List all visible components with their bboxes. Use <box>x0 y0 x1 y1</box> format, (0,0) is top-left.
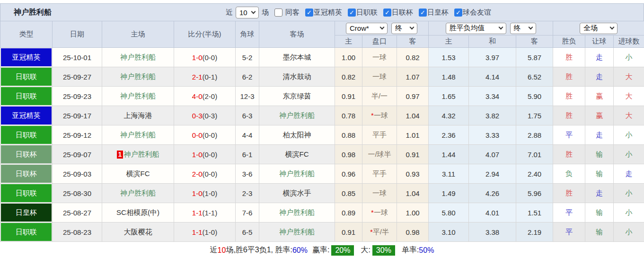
home-team-name[interactable]: 神户胜利船 <box>120 131 156 139</box>
score-cell: 1-1(1-0) <box>174 222 236 242</box>
crow-select-group: Crow* 终 <box>335 21 429 36</box>
handicap-cell: *一球 <box>362 203 397 222</box>
home-team-cell: 神户胜利船 <box>102 184 174 203</box>
score-cell: 1-0(0-0) <box>174 48 236 67</box>
match-row[interactable]: 日职联 25-09-12 神户胜利船 0-0(0-0) 4-4 柏太阳神 0.8… <box>0 125 644 145</box>
league-type-cell: 日皇杯 <box>0 203 53 222</box>
half-time-score: (1-0) <box>203 228 218 236</box>
home-team-name[interactable]: 大阪樱花 <box>124 228 152 236</box>
corner-score: 6-3 <box>236 106 259 125</box>
away-team-name[interactable]: 神户胜利船 <box>279 169 315 178</box>
emperors-cup-label: 日皇杯 <box>427 8 449 17</box>
league-type-cell: 日职联 <box>0 125 53 145</box>
home-team-name[interactable]: SC相模原(中) <box>116 208 159 216</box>
match-row[interactable]: 亚冠精英 25-09-17 上海海港 0-3(0-3) 6-3 神户胜利船 0.… <box>0 106 644 125</box>
away-team-name[interactable]: 神户胜利船 <box>279 111 315 119</box>
bookmaker-select[interactable]: Crow* <box>346 23 388 34</box>
league-badge: 日职联 <box>1 126 52 144</box>
full-time-score: 0-3 <box>192 112 203 120</box>
col-euro-away: 客 <box>516 36 553 48</box>
euro-away-odds: 5.90 <box>516 87 553 106</box>
chevron-down-icon <box>498 25 503 30</box>
away-team-name[interactable]: 神户胜利船 <box>279 208 315 216</box>
match-row[interactable]: 日职联 25-09-27 神户胜利船 2-1(0-1) 6-2 清水鼓动 0.8… <box>0 67 644 87</box>
crow-final-select[interactable]: 终 <box>391 23 417 34</box>
handicap-cell: 平手 <box>362 125 397 145</box>
full-time-score: 2-0 <box>192 170 203 178</box>
home-team-name[interactable]: 神户胜利船 <box>124 150 159 158</box>
match-row[interactable]: 亚冠精英 25-10-01 神户胜利船 1-0(0-0) 5-2 墨尔本城 1.… <box>0 48 644 67</box>
same-away-checkbox[interactable] <box>274 9 282 17</box>
home-team-name[interactable]: 神户胜利船 <box>120 189 156 197</box>
away-team-name[interactable]: 横滨FC <box>285 150 309 158</box>
home-team-name[interactable]: 神户胜利船 <box>120 72 156 80</box>
home-team-name[interactable]: 上海海港 <box>124 111 152 119</box>
away-team-name[interactable]: 横滨水手 <box>283 189 311 197</box>
away-team-name[interactable]: 墨尔本城 <box>283 53 311 61</box>
euro-draw-odds: 4.01 <box>469 203 516 222</box>
match-row[interactable]: 日职联 25-08-23 大阪樱花 1-1(1-0) 6-5 神户胜利船 0.9… <box>0 222 644 242</box>
home-team-name[interactable]: 神户胜利船 <box>120 92 156 100</box>
crow-home-odds: 0.98 <box>335 145 362 164</box>
score-cell: 1-0(1-0) <box>174 184 236 203</box>
league-cup-checkbox[interactable]: ✓ <box>383 9 391 17</box>
match-row[interactable]: 日皇杯 25-08-27 SC相模原(中) 1-1(1-1) 7-6 神户胜利船… <box>0 203 644 222</box>
crow-away-odds: 1.07 <box>397 67 429 87</box>
col-date: 日期 <box>53 21 102 48</box>
result-handicap: 输 <box>585 203 614 222</box>
acl-checkbox[interactable]: ✓ <box>305 9 313 17</box>
away-team-name[interactable]: 清水鼓动 <box>283 72 311 80</box>
league-badge: 亚冠精英 <box>1 48 52 66</box>
league-type-cell: 亚冠精英 <box>0 48 53 67</box>
europe-odds-select[interactable]: 胜平负均值 <box>446 23 506 34</box>
match-row[interactable]: 日职联 25-08-30 神户胜利船 1-0(1-0) 2-3 横滨水手 0.8… <box>0 184 644 203</box>
result-goals: 小 <box>614 48 644 67</box>
col-result-wl: 胜负 <box>553 36 585 48</box>
home-team-name[interactable]: 神户胜利船 <box>120 53 156 61</box>
corner-score: 4-4 <box>236 125 259 145</box>
period-select[interactable]: 全场 <box>580 23 618 34</box>
score-cell: 2-0(0-0) <box>174 164 236 184</box>
result-goals: 小 <box>614 145 644 164</box>
euro-away-odds: 2.40 <box>516 164 553 184</box>
match-date: 25-09-07 <box>53 145 102 164</box>
match-stats-page: 神户胜利船 近 10 场 同客 ✓ 亚冠精英 ✓ 日职联 ✓ 日联杯 <box>0 0 644 258</box>
match-date: 25-09-17 <box>53 106 102 125</box>
europe-final-select[interactable]: 终 <box>510 23 536 34</box>
result-handicap: 赢 <box>585 106 614 125</box>
crow-home-odds: 0.89 <box>335 203 362 222</box>
euro-home-odds: 1.48 <box>429 67 469 87</box>
col-euro-draw: 和 <box>469 36 516 48</box>
result-win-loss: 胜 <box>553 87 585 106</box>
europe-final-value: 终 <box>514 24 521 33</box>
handicap-cell: 平手 <box>362 164 397 184</box>
euro-home-odds: 1.53 <box>429 48 469 67</box>
euro-home-odds: 3.11 <box>429 164 469 184</box>
handicap-line: 一球 <box>372 189 387 197</box>
match-count-value: 10 <box>239 9 247 17</box>
away-team-name[interactable]: 神户胜利船 <box>279 228 315 236</box>
corner-score: 6-5 <box>236 222 259 242</box>
j1-label: 日职联 <box>356 8 378 17</box>
home-team-name[interactable]: 横滨FC <box>126 169 150 178</box>
away-team-name[interactable]: 东京绿茵 <box>283 92 311 100</box>
crow-home-odds: 0.78 <box>335 106 362 125</box>
friendly-checkbox[interactable]: ✓ <box>454 9 462 17</box>
full-time-score: 1-0 <box>192 189 203 197</box>
match-row[interactable]: 日职联 25-09-23 神户胜利船 4-0(2-0) 12-3 东京绿茵 0.… <box>0 87 644 106</box>
match-row[interactable]: 日联杯 25-09-03 横滨FC 2-0(0-0) 3-6 神户胜利船 0.9… <box>0 164 644 184</box>
match-count-select[interactable]: 10 <box>236 7 259 18</box>
emperors-cup-checkbox[interactable]: ✓ <box>419 9 427 17</box>
home-team-cell: 神户胜利船 <box>102 87 174 106</box>
friendly-label: 球会友谊 <box>463 8 491 17</box>
corner-score: 7-6 <box>236 203 259 222</box>
match-date: 25-09-23 <box>53 87 102 106</box>
half-time-score: (0-0) <box>203 53 218 62</box>
half-time-score: (0-0) <box>203 151 218 159</box>
match-row[interactable]: 日联杯 25-09-07 1神户胜利船 1-0(0-0) 6-1 横滨FC 0.… <box>0 145 644 164</box>
j1-checkbox[interactable]: ✓ <box>348 9 356 17</box>
away-team-name[interactable]: 柏太阳神 <box>283 131 311 139</box>
result-goals: 大 <box>614 106 644 125</box>
euro-draw-odds: 2.94 <box>469 164 516 184</box>
chevron-down-icon <box>251 9 256 14</box>
